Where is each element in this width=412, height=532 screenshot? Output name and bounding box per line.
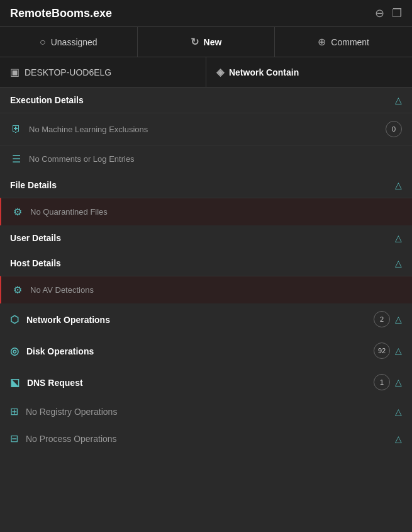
- row-comments-left: ☰ No Comments or Log Entries: [10, 153, 135, 165]
- quarantine-icon: ⚙: [11, 206, 24, 218]
- ml-exclusions-text: No Machine Learning Exclusions: [29, 125, 148, 134]
- section-user-details: User Details △: [0, 225, 412, 251]
- disk-ops-badge: 92: [374, 342, 390, 359]
- diamond-icon: ◈: [216, 66, 224, 78]
- disk-icon: ◎: [10, 346, 19, 356]
- row-quarantined-files: ⚙ No Quarantined Files: [0, 198, 412, 225]
- network-ops-chevron[interactable]: △: [395, 314, 402, 324]
- process-operations-title: ⊟ No Process Operations: [10, 433, 117, 444]
- tab-unassigned-label: Unassigned: [51, 37, 97, 47]
- network-operations-title: ⬡ Network Operations: [10, 314, 110, 325]
- comments-log-text: No Comments or Log Entries: [29, 154, 135, 164]
- ml-exclusions-badge: 0: [386, 121, 402, 137]
- section-disk-operations: ◎ Disk Operations 92 △: [0, 335, 412, 366]
- tab-row-1: ○ Unassigned ↻ New ⊕ Comment: [0, 27, 412, 57]
- section-dns-request: ⬕ DNS Request 1 △: [0, 366, 412, 398]
- host-details-title: Host Details: [10, 258, 61, 268]
- registry-icon: ⊞: [10, 406, 18, 417]
- process-ops-chevron[interactable]: △: [395, 434, 402, 444]
- app-title: RemoteBooms.exe: [10, 7, 112, 20]
- shield-icon: ⛨: [10, 123, 23, 135]
- tab-network-contain[interactable]: ◈ Network Contain: [206, 57, 412, 87]
- tab-comment-label: Comment: [331, 37, 369, 47]
- section-execution-details: Execution Details △: [0, 88, 412, 113]
- execution-details-title: Execution Details: [10, 95, 84, 105]
- registry-ops-chevron[interactable]: △: [395, 407, 402, 417]
- tab-new[interactable]: ↻ New: [138, 27, 276, 57]
- row-av-left: ⚙ No AV Detections: [11, 284, 94, 296]
- list-icon: ☰: [10, 153, 23, 165]
- file-details-chevron[interactable]: △: [395, 180, 402, 190]
- refresh-icon: ↻: [191, 36, 199, 48]
- header-actions: ⊖ ❐: [375, 6, 402, 20]
- user-details-title: User Details: [10, 233, 61, 243]
- tab-new-label: New: [204, 37, 222, 47]
- network-ops-badge: 2: [374, 311, 390, 327]
- plus-circle-icon: ⊕: [318, 36, 326, 48]
- dns-request-title: ⬕ DNS Request: [10, 376, 83, 388]
- section-registry-operations: ⊞ No Registry Operations △: [0, 398, 412, 425]
- row-comments-log: ☰ No Comments or Log Entries: [0, 145, 412, 173]
- av-detections-text: No AV Detections: [30, 285, 94, 295]
- quarantined-files-text: No Quarantined Files: [30, 207, 108, 217]
- tab-network-contain-label: Network Contain: [229, 67, 299, 77]
- tab-desktop[interactable]: ▣ DESKTOP-UOD6ELG: [0, 57, 206, 87]
- disk-ops-chevron[interactable]: △: [395, 346, 402, 356]
- header: RemoteBooms.exe ⊖ ❐: [0, 0, 412, 27]
- section-file-details: File Details △: [0, 173, 412, 198]
- dns-chevron[interactable]: △: [395, 377, 402, 387]
- monitor-icon: ▣: [10, 66, 19, 78]
- section-network-operations: ⬡ Network Operations 2 △: [0, 303, 412, 335]
- zoom-out-icon[interactable]: ⊖: [375, 6, 384, 20]
- section-process-operations: ⊟ No Process Operations △: [0, 425, 412, 452]
- file-details-title: File Details: [10, 180, 57, 190]
- user-icon: ○: [40, 37, 46, 48]
- dns-badge: 1: [374, 374, 390, 390]
- network-icon: ⬡: [10, 314, 19, 325]
- host-details-chevron[interactable]: △: [395, 258, 402, 268]
- tab-row-2: ▣ DESKTOP-UOD6ELG ◈ Network Contain: [0, 57, 412, 88]
- row-ml-exclusions: ⛨ No Machine Learning Exclusions 0: [0, 113, 412, 145]
- content-area: Execution Details △ ⛨ No Machine Learnin…: [0, 88, 412, 532]
- row-av-detections: ⚙ No AV Detections: [0, 276, 412, 303]
- tab-unassigned[interactable]: ○ Unassigned: [0, 27, 138, 57]
- user-details-chevron[interactable]: △: [395, 233, 402, 243]
- av-quarantine-icon: ⚙: [11, 284, 24, 296]
- row-quarantined-left: ⚙ No Quarantined Files: [11, 206, 108, 218]
- row-ml-left: ⛨ No Machine Learning Exclusions: [10, 123, 148, 135]
- process-icon: ⊟: [10, 433, 18, 444]
- registry-operations-title: ⊞ No Registry Operations: [10, 405, 117, 417]
- tab-comment[interactable]: ⊕ Comment: [275, 27, 412, 57]
- section-host-details: Host Details △: [0, 251, 412, 276]
- execution-details-chevron[interactable]: △: [395, 95, 402, 105]
- dns-icon: ⬕: [10, 377, 19, 388]
- copy-icon[interactable]: ❐: [392, 6, 402, 20]
- disk-operations-title: ◎ Disk Operations: [10, 345, 94, 357]
- tab-desktop-label: DESKTOP-UOD6ELG: [25, 67, 111, 77]
